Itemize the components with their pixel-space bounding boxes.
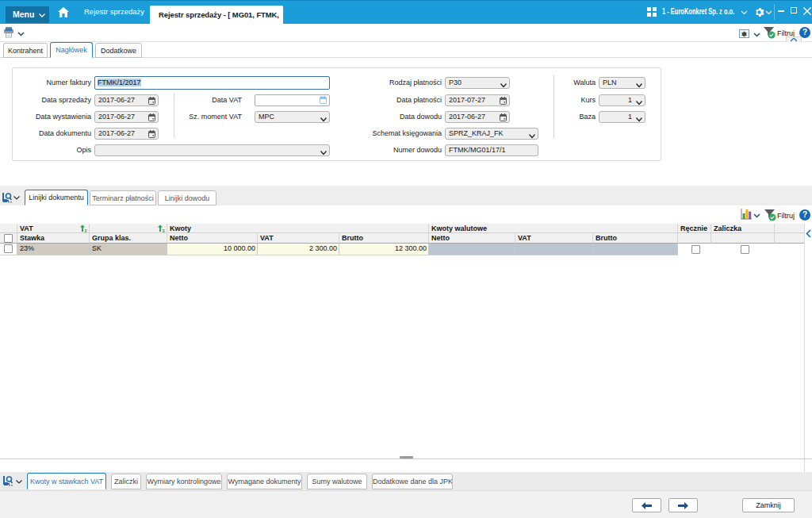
- svg-text:2: 2: [85, 228, 87, 232]
- svg-text:3: 3: [163, 228, 165, 232]
